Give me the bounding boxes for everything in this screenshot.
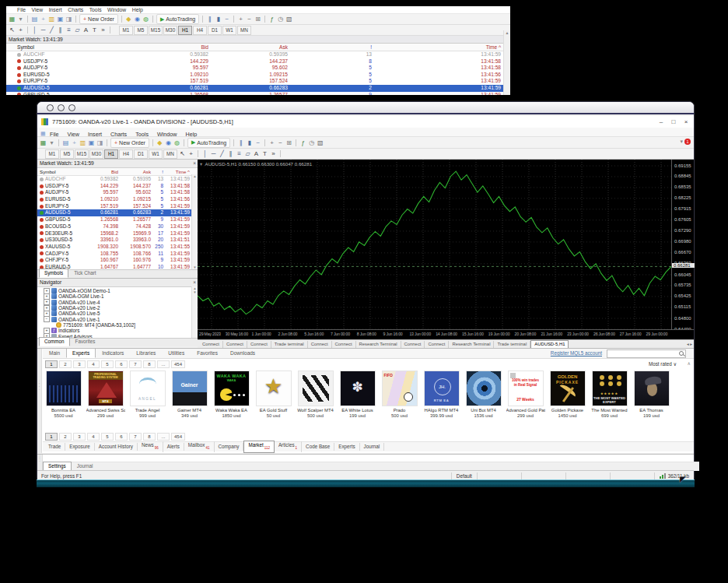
tile-windows-icon[interactable]: ⊞ [285, 139, 293, 147]
pagination-page-8[interactable]: 8 [143, 433, 156, 441]
market-tab-downloads[interactable]: Downloads [224, 348, 261, 358]
tab-symbols[interactable]: Symbols [39, 269, 68, 278]
timeframe-m30[interactable]: M30 [163, 26, 177, 35]
chart-tab-connect-1[interactable]: Connect [223, 341, 247, 348]
tile-windows-icon[interactable]: ⊞ [254, 15, 262, 23]
zoom-in-icon[interactable]: + [268, 139, 276, 147]
new-chart-icon[interactable]: ▦ [8, 15, 16, 23]
column-header-spread[interactable]: ! [152, 168, 163, 175]
column-header-time[interactable]: Time ^ [446, 44, 501, 51]
navigator-item-oanda-v20-live-5[interactable]: +OANDA-v20 Live-5 [37, 311, 198, 316]
data-window-icon[interactable]: + [70, 139, 79, 147]
line-chart-icon[interactable]: ~ [222, 15, 231, 23]
indicators-icon[interactable]: ƒ [268, 15, 276, 23]
market-watch-row-audusd-5[interactable]: AUDUSD-50.662810.66283213:41:59 [37, 209, 198, 216]
product-card-prado[interactable]: FIFOPrado500 usd [380, 371, 419, 431]
text-icon[interactable]: A [82, 26, 90, 34]
timeframe-h4[interactable]: H4 [119, 149, 133, 159]
shapes-icon[interactable]: ▱ [243, 149, 252, 158]
terminal-icon[interactable]: ▣ [56, 15, 65, 23]
minimize-button[interactable]: – [655, 117, 667, 127]
mt4-titlebar[interactable]: 7751609: OANDA-v20 Live-1 - OANDA DIVISI… [37, 116, 694, 128]
navigator-scrollbar[interactable]: ▲▼ [191, 286, 198, 338]
pagination-ellipsis[interactable]: ... [157, 360, 170, 368]
chart-tab-trade-terminal-3[interactable]: Trade terminal [271, 341, 308, 348]
terminal-tab-trade[interactable]: Trade [44, 443, 65, 451]
text-label-icon[interactable]: T [261, 149, 269, 158]
product-card-gainer-mt4[interactable]: GainerGainer MT4349 usd [170, 371, 209, 431]
arrows-icon[interactable]: » [269, 149, 278, 158]
timeframe-d1[interactable]: D1 [208, 26, 222, 35]
chart-tab-connect-8[interactable]: Connect [425, 341, 449, 348]
equidistant-channel-icon[interactable]: ∥ [56, 26, 65, 34]
pagination-page-1[interactable]: 1 [45, 360, 58, 368]
product-card-bonnitta-ea[interactable]: Bonnitta EA5500 usd [44, 371, 83, 431]
templates-icon[interactable]: ▧ [316, 139, 324, 147]
chart-tab-research-terminal-6[interactable]: Research Terminal [356, 341, 401, 348]
navigator-icon[interactable]: ▥ [79, 139, 87, 147]
one-click-trading-icon[interactable]: ▾ [200, 161, 202, 167]
tab-scroll-arrows-icon[interactable]: ◂ ▸ [687, 342, 692, 346]
market-tab-indicators[interactable]: Indicators [96, 348, 130, 358]
tab-favorites[interactable]: Favorites [70, 337, 101, 346]
terminal-tab-experts[interactable]: Experts [334, 443, 359, 451]
window-circle-2-icon[interactable] [58, 104, 65, 111]
cursor-icon[interactable]: ↖ [178, 149, 187, 158]
market-watch-row-audchf[interactable]: AUDCHF0.593820.593951313:41:59 [37, 176, 198, 183]
market-tab-experts[interactable]: Experts [66, 348, 96, 358]
market-watch-icon[interactable]: ▤ [30, 15, 39, 23]
pagination-page-4[interactable]: 4 [87, 433, 100, 441]
timeframe-mn[interactable]: MN [163, 149, 177, 159]
pagination-page-5[interactable]: 5 [101, 360, 114, 368]
chart-tab-audusd-5-h1-11[interactable]: AUDUSD-5,H1 [530, 340, 569, 349]
market-watch-row-eurjpy-5[interactable]: EURJPY-5157.519157.524513:41:59 [6, 78, 510, 85]
column-header-symbol[interactable]: Symbol [17, 44, 118, 51]
new-order-button[interactable]: +New Order [110, 138, 149, 148]
panel-grip[interactable]: ⋮⋮⋮ [37, 349, 42, 453]
market-watch-row-de30eur-5[interactable]: DE30EUR-515968.215969.91713:41:59 [37, 230, 198, 237]
market-watch-row-xauusd-5[interactable]: XAUUSD-51908.3201908.57025013:41:55 [37, 244, 198, 251]
arrows-icon[interactable]: » [99, 26, 107, 34]
market-watch-row-eurusd-5[interactable]: EURUSD-51.092101.09215513:41:56 [6, 72, 510, 79]
search-public-icon[interactable]: ◍ [173, 139, 181, 147]
column-header-ask[interactable]: Ask [210, 44, 288, 51]
price-chart[interactable] [198, 160, 671, 330]
search-public-icon[interactable]: ◍ [142, 15, 150, 23]
market-watch-row-us30usd-5[interactable]: US30USD-533961.033963.02013:41:51 [37, 237, 198, 244]
column-header-spread[interactable]: ! [341, 44, 372, 51]
profiles-icon[interactable]: ▾ [47, 139, 56, 147]
strategy-tester-icon[interactable]: ◨ [65, 15, 73, 23]
chart-panel[interactable]: ▾ AUDUSD-5,H1 0.66150 0.66300 0.66047 0.… [198, 160, 694, 339]
navigator-item-oanda-v20-live-1[interactable]: −OANDA-v20 Live-1 [37, 316, 198, 321]
text-label-icon[interactable]: T [90, 26, 99, 34]
terminal-tab-alerts[interactable]: Alerts [163, 443, 184, 451]
timeframe-m5[interactable]: M5 [134, 26, 148, 35]
terminal-tab-mailbox[interactable]: Mailbox41 [184, 441, 215, 451]
horizontal-line-icon[interactable]: ─ [39, 26, 47, 34]
strategy-tester-icon[interactable]: ◨ [96, 139, 104, 147]
market-search-input[interactable] [607, 349, 686, 358]
column-header-ask[interactable]: Ask [118, 168, 151, 175]
window-circle-1-icon[interactable] [47, 104, 54, 111]
time-axis[interactable]: 29 May 202330 May 16:001 Jun 00:002 Jun … [198, 329, 694, 339]
product-card-waka-waka-ea[interactable]: WAKA WAKAWAKAWaka Waka EA1850 usd [212, 371, 251, 431]
market-watch-header[interactable]: Market Watch: 13:41:59 × [37, 160, 198, 168]
tab-tick-chart[interactable]: Tick Chart [68, 269, 101, 278]
terminal-tab-articles[interactable]: Articles1 [275, 441, 302, 451]
product-card-wolf-scalper-mt4[interactable]: Wolf Scalper MT4500 usd [296, 371, 335, 431]
market-watch-row-gbpusd-5[interactable]: GBPUSD-51.265681.26577913:41:59 [37, 216, 198, 223]
autotrading-button[interactable]: ▶AutoTrading [187, 138, 230, 148]
pagination-page-6[interactable]: 6 [115, 360, 128, 368]
product-card-golden-pickaxe[interactable]: GOLDENPICKAXEGolden Pickaxe1450 usd [548, 371, 587, 431]
market-watch-row-audchf[interactable]: AUDCHF0.593820.593951313:41:59 [6, 51, 510, 58]
timeframe-m1[interactable]: M1 [45, 149, 59, 159]
fibonacci-icon[interactable]: ≡ [65, 26, 73, 34]
navigator-icon[interactable]: ▥ [47, 15, 56, 23]
panel-grip[interactable]: ⋮⋮ [37, 455, 43, 471]
status-connection[interactable]: 362/11 kb [654, 472, 694, 480]
market-watch-row-eurusd-5[interactable]: EURUSD-51.092101.09215513:41:56 [37, 196, 198, 203]
market-watch-row-chfjpy-5[interactable]: CHFJPY-5160.967160.976913:41:59 [37, 257, 198, 264]
market-tab-libraries[interactable]: Libraries [130, 348, 162, 358]
market-watch-scrollbar[interactable]: ▲▼ [191, 174, 198, 269]
pagination-page-1[interactable]: 1 [45, 433, 58, 441]
